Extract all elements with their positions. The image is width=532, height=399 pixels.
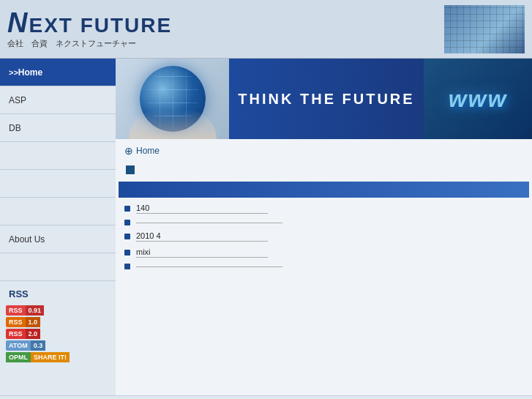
logo-main-text: EXT FUTURE — [29, 14, 172, 37]
sidebar-asp-label: ASP — [9, 95, 26, 105]
news-text-5 — [136, 266, 282, 267]
logo-text: NEXT FUTURE — [7, 9, 172, 37]
news-text-1: 140 — [136, 204, 268, 214]
sidebar-about-label: About Us — [9, 234, 45, 245]
rss-badge-10[interactable]: RSS 1.0 — [6, 317, 110, 327]
footer: Copyright © 2004-2008 Next Future Inc. A… — [0, 395, 532, 399]
sidebar-item-home[interactable]: Home — [0, 59, 116, 86]
rss-badge-opml-shareit[interactable]: OPML SHARE IT! — [6, 352, 110, 362]
home-icon: ⊕ — [124, 145, 133, 157]
sidebar-item-about[interactable]: About Us — [0, 225, 116, 253]
sidebar-home-label: Home — [18, 67, 42, 78]
rss-title: RSS — [6, 287, 110, 301]
rss-badge-atom[interactable]: ATOM 0.3 — [6, 340, 110, 351]
hero-tagline: THINK THE FUTURE — [229, 59, 424, 139]
breadcrumb-indicator — [126, 165, 135, 174]
middle-section: Home ASP DB About Us RSS RSS 0.91 — [0, 59, 532, 395]
sidebar: Home ASP DB About Us RSS RSS 0.91 — [0, 59, 116, 395]
news-bullet-5 — [124, 264, 130, 269]
news-bullet-1 — [124, 206, 130, 212]
news-item-4: mixi — [124, 247, 523, 258]
news-bullet-4 — [124, 250, 130, 256]
sidebar-spacer-3 — [0, 198, 116, 225]
breadcrumb-area: ⊕ Home — [116, 139, 532, 163]
logo-n-letter: N — [7, 7, 29, 38]
sidebar-spacer-1 — [0, 142, 116, 170]
logo-subtitle-text: 合資 ネクストフューチャー — [31, 39, 136, 48]
logo-company-jp: 会社 — [7, 39, 23, 48]
news-text-4: mixi — [136, 247, 268, 258]
news-item-1: 140 — [124, 204, 523, 214]
news-text-2 — [136, 222, 282, 223]
news-bullet-3 — [124, 234, 130, 239]
news-item-5 — [124, 264, 523, 269]
rss-badge-20[interactable]: RSS 2.0 — [6, 329, 110, 339]
hero-globe-image — [116, 59, 229, 139]
bottom-section: 140 2010 4 mixi — [116, 182, 532, 281]
news-item-2 — [124, 220, 523, 225]
rss-section: RSS RSS 0.91 RSS 1.0 RSS 2.0 ATOM 0.3 — [0, 281, 116, 370]
news-text-3: 2010 4 — [136, 231, 268, 242]
breadcrumb-home-link[interactable]: Home — [136, 146, 160, 156]
logo-subtitle: 会社 合資 ネクストフューチャー — [7, 38, 172, 49]
news-item-3: 2010 4 — [124, 231, 523, 242]
logo-area: NEXT FUTURE 会社 合資 ネクストフューチャー — [7, 9, 172, 49]
news-bullet-2 — [124, 220, 130, 225]
hero-banner: THINK THE FUTURE www — [116, 59, 532, 139]
sidebar-item-db[interactable]: DB — [0, 114, 116, 142]
header-images — [444, 5, 525, 53]
hero-www-image: www — [424, 59, 532, 139]
header: NEXT FUTURE 会社 合資 ネクストフューチャー — [0, 0, 532, 59]
sidebar-item-asp[interactable]: ASP — [0, 86, 116, 114]
news-items-list: 140 2010 4 mixi — [116, 198, 532, 281]
content-area: THINK THE FUTURE www ⊕ Home 140 — [116, 59, 532, 395]
globe-hands — [129, 110, 217, 139]
header-building-image — [444, 5, 525, 53]
news-header-bar — [119, 182, 529, 198]
sidebar-spacer-4 — [0, 253, 116, 281]
sidebar-db-label: DB — [9, 123, 21, 133]
rss-badge-091[interactable]: RSS 0.91 — [6, 305, 110, 316]
sidebar-spacer-2 — [0, 170, 116, 198]
